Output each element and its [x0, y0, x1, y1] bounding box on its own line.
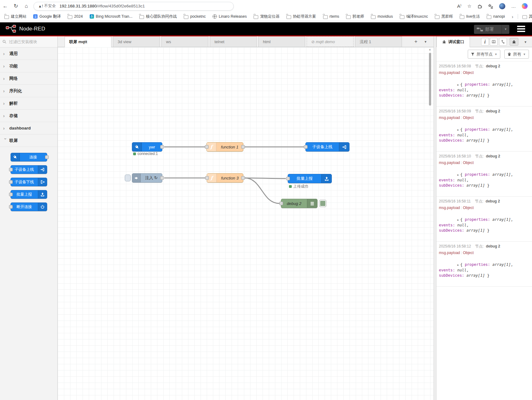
- palette-category[interactable]: › dashboard: [0, 122, 57, 134]
- extensions-icon[interactable]: [477, 4, 482, 9]
- sidebar-tabs-caret[interactable]: ▼: [524, 40, 527, 44]
- wire[interactable]: [245, 178, 286, 179]
- flow-tab[interactable]: html: [258, 36, 305, 47]
- info-tab-icon[interactable]: i: [481, 38, 489, 46]
- scroll-up-icon[interactable]: ▲: [429, 48, 431, 51]
- sign-in-icon: [339, 143, 349, 151]
- input-port[interactable]: [205, 176, 209, 180]
- address-bar[interactable]: ▲! 不安全 192.168.31.35:1880/#flow/435d0f2e…: [34, 2, 234, 11]
- bookmark-item[interactable]: nanopi: [487, 14, 505, 19]
- bookmark-item[interactable]: 协处理器方案: [286, 14, 316, 19]
- expand-payload-icon[interactable]: ▶: [457, 173, 459, 176]
- flow-tab[interactable]: 3d view: [113, 36, 160, 47]
- palette-category[interactable]: › 联犀: [0, 134, 57, 147]
- output-port[interactable]: [160, 176, 164, 180]
- bookmark-item[interactable]: 郭老师: [346, 14, 364, 19]
- main-menu-icon[interactable]: [517, 26, 526, 33]
- flow-tab[interactable]: 联犀 mqtt: [65, 36, 111, 47]
- deploy-icon: [477, 27, 483, 32]
- favorites-bar-icon[interactable]: [488, 4, 493, 9]
- deploy-options-caret[interactable]: ▼: [502, 25, 509, 34]
- input-port[interactable]: [9, 168, 13, 171]
- palette-category[interactable]: › 功能: [0, 60, 57, 72]
- palette-node-disconnect[interactable]: 断开连接: [11, 202, 47, 211]
- palette-search-input[interactable]: [8, 39, 50, 44]
- bookmark-item[interactable]: Google 翻译: [33, 14, 61, 19]
- input-port[interactable]: [279, 202, 283, 205]
- bookmark-item[interactable]: 编泽linuxcnc: [400, 14, 428, 19]
- flow-node-sub-online[interactable]: 子设备上线: [305, 142, 349, 152]
- palette-category[interactable]: › 通用: [0, 48, 57, 60]
- palette-node-sub-online[interactable]: 子设备上线: [11, 165, 47, 174]
- back-icon[interactable]: ←: [0, 3, 11, 9]
- input-port[interactable]: [304, 145, 308, 149]
- deploy-button[interactable]: 部署 ▼: [474, 25, 509, 34]
- input-port[interactable]: [205, 145, 209, 149]
- read-aloud-icon[interactable]: A⁾: [457, 3, 462, 9]
- palette-category[interactable]: › 序列化: [0, 85, 57, 97]
- bookmark-item[interactable]: 宠物定位器: [254, 14, 280, 19]
- flow-node-inject[interactable]: 注入 ↻: [132, 173, 162, 183]
- expand-payload-icon[interactable]: ▶: [457, 218, 459, 221]
- add-flow-button[interactable]: +: [414, 39, 417, 45]
- bookmark-item[interactable]: Linaro Releases: [213, 14, 247, 19]
- palette-node-batch-report[interactable]: 批量上报: [11, 190, 47, 199]
- bookmark-item[interactable]: 黑群晖: [435, 14, 453, 19]
- palette-node-sub-offline[interactable]: 子设备下线: [11, 178, 47, 186]
- debug-panel-tab[interactable]: 调试窗口: [436, 36, 470, 47]
- output-port[interactable]: [45, 155, 49, 159]
- wire[interactable]: [245, 178, 279, 203]
- palette-category[interactable]: › 解析: [0, 97, 57, 110]
- reload-icon[interactable]: ↻: [11, 3, 21, 9]
- output-port[interactable]: [241, 176, 245, 180]
- filter-nodes-button[interactable]: 所有节点 ▼: [468, 50, 500, 59]
- sidebar-resize-handle[interactable]: [434, 36, 436, 400]
- flow-tab[interactable]: 流程 1: [355, 36, 402, 47]
- bookmark-item[interactable]: 2024: [68, 14, 83, 19]
- inject-button[interactable]: [125, 175, 131, 181]
- input-port[interactable]: [286, 177, 290, 180]
- input-port[interactable]: [9, 180, 13, 184]
- bookmark-item[interactable]: 核心团队协同作战: [139, 14, 177, 19]
- flow-node-function3[interactable]: ƒ function 3: [207, 173, 243, 183]
- config-nodes-tab-icon[interactable]: [499, 38, 507, 46]
- input-port[interactable]: [9, 205, 13, 209]
- bookmark-item[interactable]: movidius: [371, 14, 393, 19]
- help-tab-icon[interactable]: [490, 38, 498, 46]
- copilot-icon[interactable]: [522, 3, 528, 9]
- bookmark-item[interactable]: rtems: [323, 14, 339, 19]
- output-port[interactable]: [160, 145, 164, 149]
- profile-avatar[interactable]: [499, 3, 505, 9]
- more-menu-icon[interactable]: …: [511, 3, 516, 9]
- flow-canvas[interactable]: ywr connected:1 ƒ function 1 子设备上线: [58, 47, 434, 400]
- flow-node-function1[interactable]: ƒ function 1: [206, 142, 243, 152]
- home-icon[interactable]: ⌂: [21, 3, 32, 9]
- flow-node-debug2[interactable]: debug 2: [281, 199, 318, 208]
- palette-node-connect[interactable]: 连接: [11, 153, 47, 161]
- expand-payload-icon[interactable]: ▶: [457, 263, 459, 266]
- bookmark-item[interactable]: live生活: [460, 14, 480, 19]
- bookmark-item[interactable]: 建立网站: [4, 14, 26, 19]
- canvas-scrollbar[interactable]: [429, 53, 431, 106]
- flow-tab[interactable]: telnet: [210, 36, 257, 47]
- flow-tab[interactable]: ws: [161, 36, 208, 47]
- input-port[interactable]: [9, 193, 13, 196]
- debug-tab-icon[interactable]: [510, 38, 518, 46]
- other-favorites[interactable]: 其他收藏夹: [522, 14, 532, 19]
- clear-messages-button[interactable]: 所有 ▼: [504, 50, 529, 59]
- palette-category[interactable]: › 网络: [0, 72, 57, 85]
- tab-list-caret[interactable]: ▼: [424, 40, 427, 43]
- bookmark-item[interactable]: pocketnc: [184, 14, 206, 19]
- expand-payload-icon[interactable]: ▶: [457, 83, 459, 86]
- flow-node-batch-report[interactable]: 批量上报: [288, 174, 332, 183]
- output-port[interactable]: [241, 145, 245, 149]
- flow-node-ywr[interactable]: ywr: [132, 142, 162, 152]
- bookmarks-overflow-icon[interactable]: ›: [512, 14, 513, 19]
- debug-toggle-button[interactable]: [319, 200, 327, 207]
- favorite-star-icon[interactable]: ☆: [467, 3, 471, 9]
- bookmark-item[interactable]: Bing Microsoft Tran...: [90, 14, 133, 19]
- palette-category[interactable]: › 存储: [0, 110, 57, 122]
- expand-payload-icon[interactable]: ▶: [457, 128, 459, 131]
- palette-search[interactable]: [0, 36, 57, 48]
- flow-tab[interactable]: mqtt demo: [307, 36, 354, 47]
